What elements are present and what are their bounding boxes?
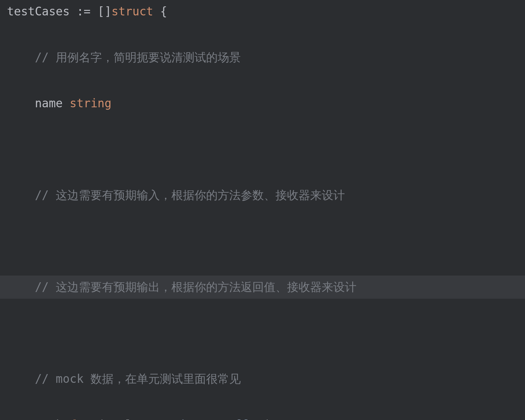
indent bbox=[7, 46, 35, 69]
code-block: testCases := []struct { // 用例名字，简明扼要说清测试… bbox=[0, 0, 525, 420]
code-token: func bbox=[70, 418, 97, 420]
indent bbox=[7, 367, 35, 391]
code-token: struct bbox=[111, 5, 153, 18]
indent bbox=[7, 413, 35, 420]
indent bbox=[7, 276, 35, 299]
code-token: // 这边需要有预期输出，根据你的方法返回值、接收器来设计 bbox=[35, 280, 356, 294]
code-line bbox=[0, 321, 525, 345]
code-line: mock func(ctrl *gomock.Controller) bbox=[0, 413, 525, 420]
code-line: // 这边需要有预期输入，根据你的方法参数、接收器来设计 bbox=[0, 184, 525, 207]
code-line: // mock 数据，在单元测试里面很常见 bbox=[0, 367, 525, 391]
indent bbox=[7, 184, 35, 207]
code-token: // 这边需要有预期输入，根据你的方法参数、接收器来设计 bbox=[35, 188, 345, 202]
indent bbox=[7, 92, 35, 115]
code-line: name string bbox=[0, 92, 525, 115]
code-line: testCases := []struct { bbox=[0, 0, 525, 23]
code-token: := [] bbox=[77, 5, 111, 18]
code-token: gomock bbox=[146, 418, 188, 420]
code-token: ctrl bbox=[104, 418, 139, 420]
code-line bbox=[0, 138, 525, 161]
code-token: name bbox=[35, 96, 69, 110]
code-token: . bbox=[188, 418, 195, 420]
code-token: // 用例名字，简明扼要说清测试的场景 bbox=[35, 50, 241, 64]
code-token: ) bbox=[265, 418, 272, 420]
code-line bbox=[0, 230, 525, 253]
code-token: mock bbox=[35, 418, 69, 420]
code-token: testCases bbox=[7, 5, 77, 18]
code-token: * bbox=[139, 418, 146, 420]
code-line: // 用例名字，简明扼要说清测试的场景 bbox=[0, 46, 525, 69]
code-token: string bbox=[70, 96, 111, 110]
code-token: ( bbox=[97, 418, 104, 420]
code-line: // 这边需要有预期输出，根据你的方法返回值、接收器来设计 bbox=[0, 276, 525, 299]
code-token: // mock 数据，在单元测试里面很常见 bbox=[35, 372, 241, 386]
code-token: Controller bbox=[195, 418, 265, 420]
code-token: { bbox=[153, 5, 167, 18]
